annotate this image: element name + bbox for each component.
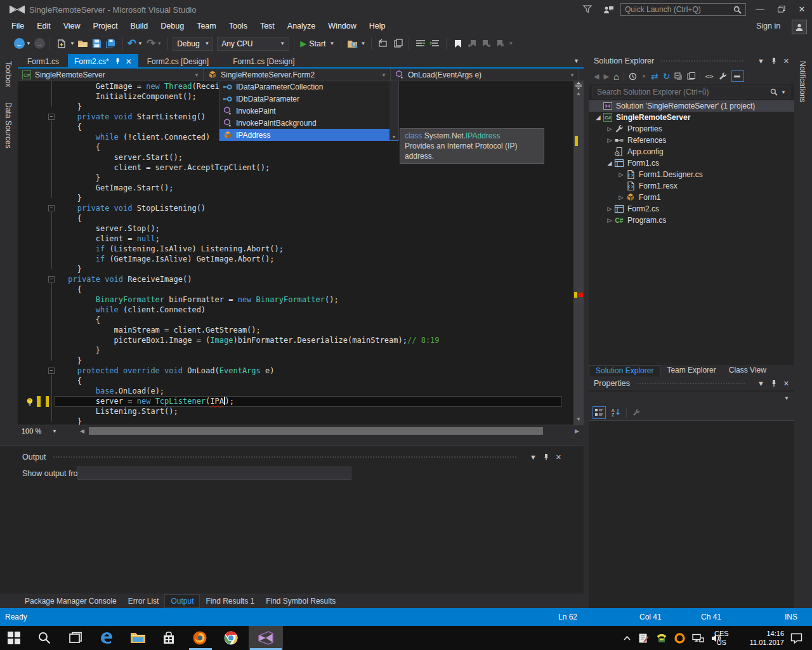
- se-pin-icon[interactable]: [771, 57, 777, 65]
- bookmark-dropdown[interactable]: ▼: [508, 41, 513, 46]
- tree-item-references[interactable]: ▷References: [589, 135, 794, 146]
- quick-launch-input[interactable]: Quick Launch (Ctrl+Q): [620, 3, 746, 16]
- clear-bookmarks-button[interactable]: [493, 37, 507, 51]
- expander-open-icon[interactable]: ◢: [605, 160, 614, 166]
- properties-object-select[interactable]: ▼: [589, 392, 794, 404]
- horizontal-scroll-thumb[interactable]: [89, 427, 543, 435]
- bottom-tab-find-results-1[interactable]: Find Results 1: [200, 595, 260, 607]
- tree-item-app-config[interactable]: App.config: [589, 146, 794, 157]
- bottom-tab-find-symbol-results[interactable]: Find Symbol Results: [260, 595, 341, 607]
- navigate-forward-button[interactable]: →: [34, 38, 45, 49]
- start-debug-button[interactable]: Start: [309, 39, 325, 48]
- language-indicator[interactable]: CESUS: [714, 629, 729, 647]
- completion-scroll-down-arrow[interactable]: ▼: [390, 135, 398, 139]
- output-pin-icon[interactable]: [543, 453, 549, 461]
- taskbar-visual-studio-icon[interactable]: [252, 626, 280, 650]
- split-editor-handle[interactable]: [573, 82, 584, 90]
- tab-close-icon[interactable]: ✕: [126, 57, 132, 66]
- next-bookmark-button[interactable]: [479, 37, 493, 51]
- avatar[interactable]: [792, 20, 807, 34]
- panel-tab-solution-explorer[interactable]: Solution Explorer: [589, 365, 660, 376]
- expander-closed-icon[interactable]: ▷: [617, 194, 625, 201]
- close-button[interactable]: ✕: [793, 3, 811, 15]
- tree-item-form1[interactable]: ▷Form1: [589, 192, 794, 203]
- menu-window[interactable]: Window: [322, 20, 362, 32]
- minimize-button[interactable]: —: [751, 3, 769, 15]
- fold-collapse-box[interactable]: −: [48, 114, 55, 120]
- redo-button[interactable]: ↷: [147, 37, 155, 50]
- taskbar-file-explorer-icon[interactable]: [124, 626, 152, 650]
- expander-closed-icon[interactable]: ▷: [617, 171, 625, 178]
- menu-build[interactable]: Build: [124, 20, 154, 32]
- undo-button[interactable]: ↶: [128, 37, 136, 50]
- se-refresh-icon[interactable]: ↻: [663, 71, 671, 81]
- menu-team[interactable]: Team: [190, 20, 223, 32]
- se-filter-dropdown[interactable]: ▼: [641, 74, 646, 79]
- navigate-forward-in-code-button[interactable]: [390, 37, 404, 51]
- properties-property-pages-icon[interactable]: [632, 408, 641, 417]
- tab-pin-icon[interactable]: [115, 58, 121, 65]
- properties-close-icon[interactable]: ✕: [783, 380, 789, 388]
- se-sync-with-active-document-icon[interactable]: ⇄: [651, 71, 658, 81]
- expander-closed-icon[interactable]: ▷: [605, 206, 614, 212]
- se-back-icon[interactable]: ◀: [594, 72, 599, 81]
- expander-closed-icon[interactable]: ▷: [605, 137, 614, 143]
- new-project-dropdown[interactable]: ▼: [70, 41, 75, 46]
- bottom-tab-package-manager-console[interactable]: Package Manager Console: [19, 595, 122, 607]
- save-all-button[interactable]: [104, 37, 118, 51]
- document-tab-form2-cs-design-[interactable]: Form2.cs [Design]: [141, 54, 215, 69]
- completion-item-invokepaint[interactable]: InvokePaint: [219, 105, 398, 117]
- intellisense-popup[interactable]: DataGridViewRowHeightInfoPushedEventArgI…: [219, 81, 399, 141]
- completion-scrollbar[interactable]: ▲ ▼: [390, 81, 398, 140]
- completion-item-invokepaintbackground[interactable]: InvokePaintBackground: [219, 117, 398, 129]
- panel-tab-team-explorer[interactable]: Team Explorer: [660, 365, 722, 376]
- se-pending-changes-filter-icon[interactable]: [629, 72, 637, 81]
- output-close-icon[interactable]: ✕: [556, 453, 561, 461]
- se-collapse-all-icon[interactable]: [674, 72, 683, 81]
- se-properties-icon[interactable]: [718, 72, 727, 81]
- ring-icon[interactable]: [674, 633, 685, 644]
- navigation-dropdown-2[interactable]: OnLoad(EventArgs e)▼: [391, 69, 579, 81]
- taskbar-task-view-icon[interactable]: [62, 626, 89, 650]
- properties-categorized-icon[interactable]: [593, 406, 606, 419]
- expander-open-icon[interactable]: ◢: [594, 114, 603, 121]
- fold-collapse-box[interactable]: −: [48, 368, 55, 374]
- debug-target-select[interactable]: Debug▼: [173, 37, 213, 51]
- phone-icon[interactable]: [656, 633, 667, 643]
- se-search-dropdown[interactable]: ▼: [781, 90, 786, 95]
- document-tab-form2-cs-[interactable]: Form2.cs*✕: [68, 54, 138, 69]
- solution-explorer-tree[interactable]: Solution 'SingleRemoteServer' (1 project…: [589, 100, 794, 226]
- editor-zoom-select[interactable]: 100 %▼: [18, 426, 61, 436]
- filter-icon[interactable]: [582, 4, 593, 14]
- action-center-icon[interactable]: [790, 633, 802, 644]
- taskbar-chrome-icon[interactable]: [217, 626, 245, 650]
- tree-item-solution-singleremoteserver-1-project-[interactable]: Solution 'SingleRemoteServer' (1 project…: [589, 100, 794, 112]
- navigation-dropdown-0[interactable]: C#SingleRemoteServer▼: [18, 69, 204, 81]
- taskbar-edge-icon[interactable]: [93, 626, 121, 650]
- se-home-icon[interactable]: ⌂: [613, 71, 619, 82]
- fold-collapse-box[interactable]: −: [48, 205, 55, 211]
- tree-item-form1-designer-cs[interactable]: ▷Form1.Designer.cs: [589, 169, 794, 180]
- tree-item-form2-cs[interactable]: ▷Form2.cs: [589, 203, 794, 215]
- menu-help[interactable]: Help: [363, 20, 392, 32]
- document-tab-form1-cs-design-[interactable]: Form1.cs [Design]: [226, 54, 301, 69]
- bottom-tab-error-list[interactable]: Error List: [122, 595, 165, 607]
- bottom-tab-output[interactable]: Output: [164, 594, 200, 608]
- sign-in-link[interactable]: Sign in: [756, 22, 780, 30]
- navigate-back-button[interactable]: ←: [14, 38, 25, 49]
- document-list-dropdown[interactable]: ▼: [573, 58, 579, 64]
- completion-item-idataparametercollection[interactable]: IDataParameterCollection: [219, 81, 398, 93]
- properties-window-menu-icon[interactable]: ▼: [757, 380, 764, 387]
- taskbar-search-icon[interactable]: [30, 626, 58, 650]
- menu-view[interactable]: View: [57, 20, 87, 32]
- open-file-button[interactable]: [76, 37, 90, 51]
- se-show-all-files-icon[interactable]: [731, 70, 744, 82]
- platform-select[interactable]: Any CPU▼: [217, 37, 289, 51]
- start-debug-icon[interactable]: ▶: [300, 39, 306, 48]
- tree-item-singleremoteserver[interactable]: ◢C#SingleRemoteServer: [589, 112, 794, 123]
- menu-debug[interactable]: Debug: [154, 20, 190, 32]
- redo-dropdown[interactable]: ▼: [157, 41, 162, 46]
- output-window-menu-icon[interactable]: ▼: [530, 453, 537, 461]
- menu-analyze[interactable]: Analyze: [281, 20, 322, 32]
- scroll-down-arrow[interactable]: ▼: [573, 416, 584, 422]
